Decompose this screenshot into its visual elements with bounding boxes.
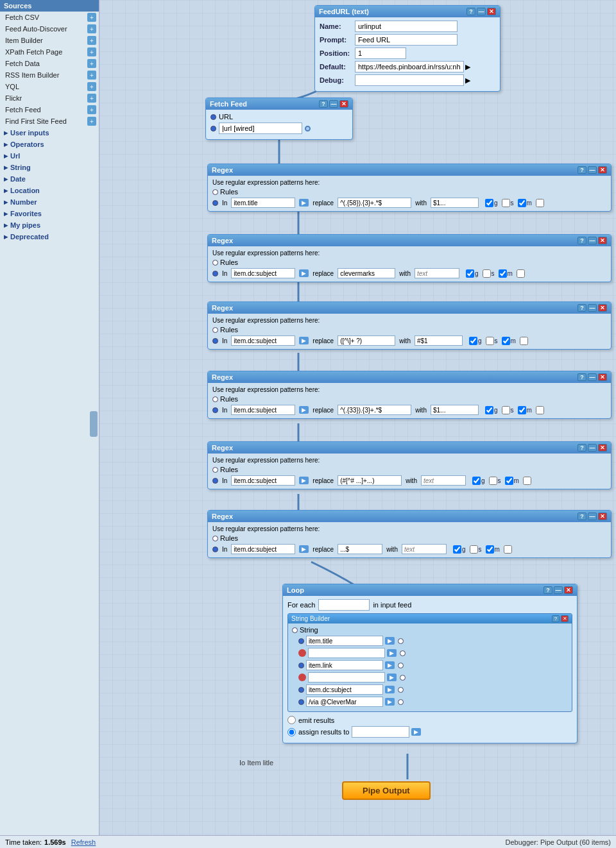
assign-input[interactable]: item.title	[352, 726, 409, 738]
loop-help-btn[interactable]: ?	[543, 586, 552, 594]
regex-6-help-btn[interactable]: ?	[578, 513, 586, 520]
sidebar-item-xpath-fetch-page[interactable]: XPath Fetch Page +	[0, 46, 99, 58]
sources-header[interactable]: Sources	[0, 0, 99, 12]
regex-2-replace-input[interactable]	[338, 268, 395, 278]
regex-3-in-input[interactable]	[231, 335, 295, 346]
regex-5-help-btn[interactable]: ?	[578, 444, 586, 452]
regex-3-flag-g[interactable]: g	[469, 337, 482, 345]
sidebar-item-date[interactable]: Date	[0, 173, 99, 185]
pipe-output-button[interactable]: Pipe Output	[342, 781, 431, 800]
regex-3-flag-extra[interactable]	[520, 337, 528, 345]
regex-2-flag-m[interactable]: m	[499, 269, 513, 278]
sidebar-item-find-first-site-feed[interactable]: Find First Site Feed +	[0, 115, 99, 127]
regex-2-with-input[interactable]	[415, 268, 459, 278]
sidebar-item-fetch-feed[interactable]: Fetch Feed +	[0, 104, 99, 115]
sidebar-item-flickr[interactable]: Flickr +	[0, 92, 99, 104]
regex-6-flag-g[interactable]: g	[453, 545, 466, 554]
regex-5-in-input[interactable]	[231, 475, 295, 486]
sb-item-4-input[interactable]	[308, 672, 385, 683]
regex-6-in-arrow-btn[interactable]: ▶	[299, 545, 309, 553]
sb-help-btn[interactable]: ?	[552, 615, 560, 622]
regex-5-close-btn[interactable]: ✕	[598, 444, 607, 452]
sb-item-2-minus[interactable]	[298, 649, 306, 657]
sidebar-item-location[interactable]: Location	[0, 185, 99, 196]
regex-5-rules-radio[interactable]	[212, 467, 218, 473]
add-find-first-btn[interactable]: +	[87, 117, 96, 126]
regex-5-minimize-btn[interactable]: —	[588, 444, 597, 452]
debug-expand-icon[interactable]: ▶	[465, 76, 470, 85]
regex-1-in-arrow-btn[interactable]: ▶	[299, 199, 309, 207]
regex-4-minimize-btn[interactable]: —	[588, 373, 597, 381]
sidebar-item-yql[interactable]: YQL +	[0, 81, 99, 92]
sidebar-item-favorites[interactable]: Favorites	[0, 208, 99, 219]
add-yql-btn[interactable]: +	[87, 82, 96, 91]
sidebar-item-fetch-data[interactable]: Fetch Data +	[0, 58, 99, 69]
regex-4-replace-input[interactable]	[338, 405, 411, 415]
regex-6-flag-m[interactable]: m	[486, 545, 500, 554]
regex-4-in-arrow-btn[interactable]: ▶	[299, 406, 309, 414]
sb-item-5-arrow[interactable]: ▶	[385, 686, 395, 693]
regex-6-replace-input[interactable]	[338, 544, 382, 554]
sb-item-3-input[interactable]	[306, 660, 383, 670]
add-item-builder-btn[interactable]: +	[87, 36, 96, 45]
regex-1-close-btn[interactable]: ✕	[598, 166, 607, 174]
regex-5-flag-g[interactable]: g	[472, 477, 485, 485]
sidebar-item-url[interactable]: Url	[0, 150, 99, 162]
assign-radio[interactable]	[287, 728, 296, 736]
sidebar-item-string[interactable]: String	[0, 162, 99, 173]
sb-item-4-minus[interactable]	[298, 674, 306, 681]
position-input[interactable]	[355, 47, 406, 59]
regex-6-flag-s[interactable]: s	[470, 545, 482, 554]
regex-3-flag-m[interactable]: m	[502, 337, 516, 345]
emit-radio[interactable]	[287, 716, 296, 724]
regex-1-help-btn[interactable]: ?	[578, 166, 586, 174]
for-each-input[interactable]: item	[318, 599, 370, 611]
regex-5-flag-s[interactable]: s	[489, 477, 501, 485]
regex-3-flag-s[interactable]: s	[486, 337, 498, 345]
regex-5-replace-input[interactable]	[338, 475, 402, 486]
sb-item-1-arrow[interactable]: ▶	[385, 637, 395, 645]
regex-3-with-input[interactable]	[415, 335, 463, 346]
name-input[interactable]	[355, 21, 458, 32]
sidebar-item-user-inputs[interactable]: User inputs	[0, 127, 99, 139]
regex-2-flag-extra[interactable]	[517, 269, 525, 278]
add-xpath-btn[interactable]: +	[87, 47, 96, 56]
regex-1-flag-m[interactable]: m	[518, 199, 532, 207]
regex-4-rules-radio[interactable]	[212, 396, 218, 402]
regex-1-with-input[interactable]	[431, 198, 479, 208]
regex-6-in-input[interactable]	[231, 544, 295, 554]
loop-minimize-btn[interactable]: —	[554, 586, 563, 594]
regex-4-flag-s[interactable]: s	[502, 406, 514, 414]
regex-5-in-arrow-btn[interactable]: ▶	[299, 477, 309, 484]
regex-3-rules-radio[interactable]	[212, 327, 218, 333]
regex-2-rules-radio[interactable]	[212, 260, 218, 266]
default-input[interactable]	[355, 61, 464, 72]
regex-4-flag-m[interactable]: m	[518, 406, 532, 414]
add-fetch-data-btn[interactable]: +	[87, 59, 96, 68]
add-flickr-btn[interactable]: +	[87, 94, 96, 103]
regex-4-flag-g[interactable]: g	[485, 406, 498, 414]
regex-2-flag-g[interactable]: g	[466, 269, 479, 278]
regex-6-with-input[interactable]	[402, 544, 447, 554]
regex-5-flag-extra[interactable]	[523, 477, 531, 485]
regex-1-minimize-btn[interactable]: —	[588, 166, 597, 174]
regex-5-flag-m[interactable]: m	[505, 477, 519, 485]
regex-3-help-btn[interactable]: ?	[578, 304, 586, 312]
regex-6-close-btn[interactable]: ✕	[598, 513, 607, 520]
regex-1-flag-s[interactable]: s	[502, 199, 514, 207]
add-fetch-feed-btn[interactable]: +	[87, 105, 96, 114]
sb-item-2-arrow[interactable]: ▶	[387, 649, 397, 657]
regex-3-minimize-btn[interactable]: —	[588, 304, 597, 312]
feedurl-minimize-btn[interactable]: —	[477, 8, 486, 15]
regex-4-help-btn[interactable]: ?	[578, 373, 586, 381]
sidebar-item-my-pipes[interactable]: My pipes	[0, 219, 99, 231]
regex-4-close-btn[interactable]: ✕	[598, 373, 607, 381]
add-rss-btn[interactable]: +	[87, 71, 96, 80]
prompt-input[interactable]	[355, 34, 458, 46]
add-feed-autodiscover-btn[interactable]: +	[87, 24, 96, 33]
regex-3-close-btn[interactable]: ✕	[598, 304, 607, 312]
regex-6-flag-extra[interactable]	[504, 545, 512, 554]
sidebar-item-feed-autodiscover[interactable]: Feed Auto-Discover +	[0, 23, 99, 35]
refresh-link[interactable]: Refresh	[71, 838, 96, 846]
sidebar-item-item-builder[interactable]: Item Builder +	[0, 35, 99, 46]
